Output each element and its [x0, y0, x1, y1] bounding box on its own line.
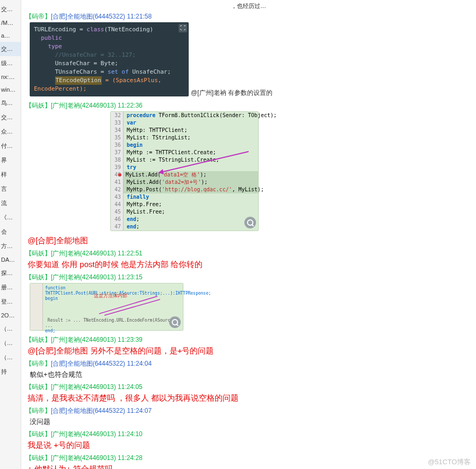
sidebar-item-22[interactable]: 2O…	[0, 309, 21, 322]
user-tag: 【码妖】	[25, 273, 51, 281]
message-body: 你要知道 你用 post的时候 他是方法内部 给你转的	[28, 260, 472, 270]
user-nick: [合肥]全能地图	[51, 360, 93, 367]
user-nick: [广州]老衲	[51, 273, 80, 281]
user-nick: [广州]老衲	[51, 250, 80, 257]
sidebar-item-21[interactable]: 登…	[0, 295, 21, 309]
message: 搞清，是我表达不清楚吗 ，很多人 都以为我再说空格的问题	[25, 393, 472, 403]
watermark: @51CTO博客	[428, 457, 471, 467]
code-screenshot-dark[interactable]: ⛶ TURLEncoding = class(TNetEncoding) pub…	[30, 22, 189, 96]
message: 【码妖】[广州]老衲(424469013) 11:22:51	[25, 249, 472, 258]
sidebar-item-0[interactable]: 交…	[0, 2, 21, 16]
user-tag: 【码帝】	[25, 360, 51, 367]
message-header: 【码妖】[广州]老衲(424469013) 11:22:36	[25, 101, 472, 110]
message-header: 【码妖】[广州]老衲(424469013) 11:22:51	[25, 249, 472, 258]
user-tag: 【码妖】	[25, 102, 51, 109]
expand-icon[interactable]: ⛶	[179, 24, 187, 32]
sidebar-item-4[interactable]: 级…	[0, 56, 21, 70]
zoom-icon[interactable]	[169, 316, 181, 328]
sidebar-item-5[interactable]: nx:…	[0, 70, 21, 83]
annotation-label: 这是方法体内部	[94, 293, 127, 299]
truncated-header: ，也经历过…	[25, 2, 472, 10]
sidebar-item-18[interactable]: DA…	[0, 253, 21, 266]
message-body: 我是说 +号的问题	[28, 440, 472, 450]
message-body: + 他默认为+ 符合规范吗	[28, 464, 472, 470]
message: 【码妖】[广州]老衲(424469013) 11:24:10	[25, 430, 472, 439]
sidebar-item-17[interactable]: 方…	[0, 239, 21, 253]
sidebar-item-13[interactable]: 言	[0, 182, 21, 196]
user-nick: [合肥]全能地图	[51, 13, 93, 20]
image-caption: @[广州]老衲 有参数的设置的	[191, 89, 272, 98]
message: 【码帝】[合肥]全能地图(64445322) 11:21:58 ⛶ TURLEn…	[25, 12, 472, 100]
message-header: 【码妖】[广州]老衲(424469013) 11:23:39	[25, 335, 472, 344]
user-meta: (64445322) 11:21:58	[93, 13, 152, 20]
sidebar-item-12[interactable]: 样	[0, 167, 21, 182]
message: 没问题	[25, 417, 472, 427]
message: 【码妖】[广州]老衲(424469013) 11:24:05	[25, 383, 472, 392]
sidebar-item-15[interactable]: 《…	[0, 210, 21, 225]
message: 【码帝】[合肥]全能地图(64445322) 11:24:04	[25, 359, 472, 368]
message: 你要知道 你用 post的时候 他是方法内部 给你转的	[25, 260, 472, 270]
sidebar: 交…/M…a…交…级…nx:…win…鸟…交…众…付…界样言流《…会方…DA…探…	[0, 0, 21, 469]
message-body: @[合肥]全能地图 另外不是空格的问题，是+号的问题	[28, 346, 472, 356]
chat-pane: ，也经历过… 【码帝】[合肥]全能地图(64445322) 11:21:58 ⛶…	[21, 0, 476, 469]
message: + 他默认为+ 符合规范吗	[25, 464, 472, 470]
message-body: 貌似+也符合规范	[30, 370, 472, 379]
sidebar-item-24[interactable]: （…	[0, 336, 21, 350]
message-header: 【码妖】[广州]老衲(424469013) 11:23:15	[25, 273, 472, 282]
message-header: 【码妖】[广州]老衲(424469013) 11:24:10	[25, 430, 472, 439]
message: 【码妖】[广州]老衲(424469013) 11:24:28	[25, 454, 472, 463]
message: 【码妖】[广州]老衲(424469013) 11:23:39	[25, 335, 472, 344]
user-tag: 【码妖】	[25, 430, 51, 438]
message-body: 搞清，是我表达不清楚吗 ，很多人 都以为我再说空格的问题	[28, 393, 472, 403]
sidebar-item-23[interactable]: （…	[0, 322, 21, 336]
message: 【码妖】[广州]老衲(424469013) 11:22:36 32 proced…	[25, 101, 472, 234]
zoom-icon[interactable]	[244, 217, 256, 228]
sidebar-item-7[interactable]: 鸟…	[0, 96, 21, 110]
sidebar-item-20[interactable]: 册…	[0, 280, 21, 295]
user-nick: [广州]老衲	[51, 102, 80, 109]
user-meta: (424469013) 11:23:15	[80, 273, 143, 281]
user-meta: (424469013) 11:22:51	[80, 250, 143, 257]
code-screenshot-light[interactable]: 32 procedure TForm8.Button1Click(Sender:…	[110, 111, 259, 231]
sidebar-item-6[interactable]: win…	[0, 83, 21, 96]
user-meta: (424469013) 11:24:05	[80, 383, 143, 391]
code-screenshot-wide[interactable]: function THTTPClient.Post(AURL:string;AS…	[30, 283, 183, 331]
sidebar-item-3[interactable]: 交…	[0, 42, 21, 56]
user-tag: 【码妖】	[25, 454, 51, 462]
message: 我是说 +号的问题	[25, 440, 472, 450]
message-header: 【码帝】[合肥]全能地图(64445322) 11:21:58	[25, 12, 472, 21]
user-tag: 【码妖】	[25, 336, 51, 343]
message: @[合肥]全能地图 另外不是空格的问题，是+号的问题	[25, 346, 472, 356]
user-tag: 【码帝】	[25, 13, 51, 20]
user-meta: (424469013) 11:24:10	[80, 430, 143, 438]
user-nick: [合肥]全能地图	[51, 407, 93, 414]
user-tag: 【码妖】	[25, 250, 51, 257]
user-nick: [广州]老衲	[51, 430, 80, 438]
message: 貌似+也符合规范	[25, 370, 472, 379]
user-meta: (424469013) 11:23:39	[80, 336, 143, 343]
sidebar-item-16[interactable]: 会	[0, 225, 21, 239]
message-body: @[合肥]全能地图	[28, 236, 472, 246]
user-tag: 【码妖】	[25, 383, 51, 391]
message-body: 没问题	[30, 417, 472, 427]
sidebar-item-2[interactable]: a…	[0, 29, 21, 42]
message: @[合肥]全能地图	[25, 236, 472, 246]
sidebar-item-11[interactable]: 界	[0, 153, 21, 167]
message: 【码妖】[广州]老衲(424469013) 11:23:15 function …	[25, 273, 472, 334]
user-nick: [广州]老衲	[51, 383, 80, 391]
sidebar-item-19[interactable]: 探…	[0, 266, 21, 280]
sidebar-item-1[interactable]: /M…	[0, 16, 21, 29]
user-nick: [广州]老衲	[51, 336, 80, 343]
sidebar-item-14[interactable]: 流	[0, 196, 21, 210]
sidebar-item-9[interactable]: 众…	[0, 125, 21, 139]
sidebar-item-10[interactable]: 付…	[0, 139, 21, 153]
sidebar-item-8[interactable]: 交…	[0, 110, 21, 125]
user-meta: (64445322) 11:24:07	[93, 407, 152, 414]
sidebar-item-25[interactable]: （…	[0, 350, 21, 365]
message-header: 【码妖】[广州]老衲(424469013) 11:24:28	[25, 454, 472, 463]
user-tag: 【码帝】	[25, 407, 51, 414]
sidebar-item-26[interactable]: 持	[0, 365, 21, 379]
user-meta: (64445322) 11:24:04	[93, 360, 152, 367]
message: 【码帝】[合肥]全能地图(64445322) 11:24:07	[25, 406, 472, 415]
message-header: 【码妖】[广州]老衲(424469013) 11:24:05	[25, 383, 472, 392]
